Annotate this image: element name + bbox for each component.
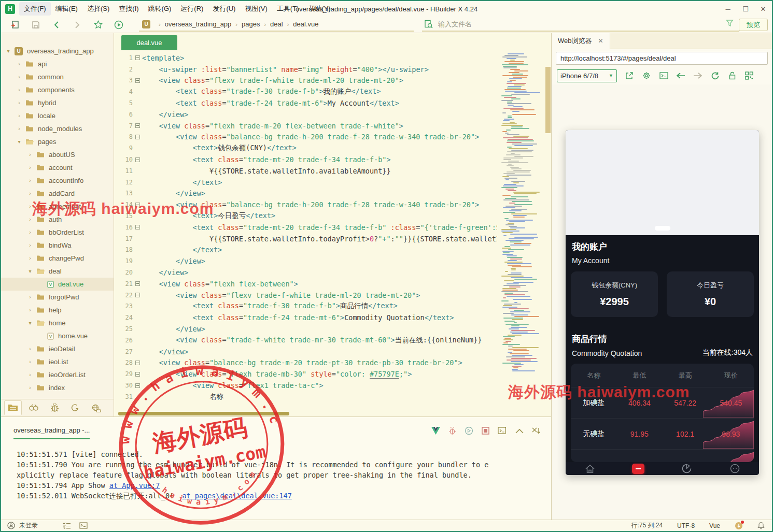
file-search-box[interactable]: 输入文件名 [422,18,739,32]
chevron-right-icon[interactable]: › [27,385,33,391]
fold-icon[interactable] [135,135,140,139]
console-link[interactable]: at pages\deal\deal.vue:147 [182,492,291,500]
fold-icon[interactable] [135,361,140,365]
login-status[interactable]: 未登录 [19,521,38,530]
web-panel-icon[interactable] [87,401,105,415]
menu-4[interactable]: 跳转(G) [144,2,176,16]
chevron-down-icon[interactable]: ▾ [27,268,33,274]
tree-item-bbOrderList[interactable]: ›bbOrderList [1,226,114,239]
close-button[interactable]: ✕ [754,1,772,17]
fold-icon[interactable] [135,281,140,286]
cursor-position[interactable]: 行:75 列:24 [631,521,663,530]
phone-tab-持仓[interactable]: 持仓 [663,462,711,475]
chevron-right-icon[interactable]: › [27,229,33,235]
device-select[interactable]: iPhone 6/7/8 ▼ [557,69,617,82]
language-mode[interactable]: Vue [709,522,720,529]
chevron-right-icon[interactable]: › [27,359,33,365]
tree-item-agreement[interactable]: ›agreement [1,200,114,213]
save-icon[interactable] [29,19,43,31]
chevron-right-icon[interactable]: › [16,87,22,93]
chevron-right-icon[interactable]: › [16,100,22,106]
console-tab[interactable]: overseas_trading_app -... [13,426,90,439]
tree-item-auth[interactable]: ›auth [1,213,114,226]
tree-item-ieoOrderList[interactable]: ›ieoOrderList [1,368,114,381]
fold-icon[interactable] [135,293,140,297]
tree-item-common[interactable]: ›common [1,70,114,83]
debug-console-icon[interactable] [448,427,456,435]
editor-tab-dealvue[interactable]: deal.vue [121,35,177,50]
tree-item-pages[interactable]: ▾pages [1,135,114,148]
bookmark-star-icon[interactable] [91,19,105,31]
tree-item-accountInfo[interactable]: ›accountInfo [1,174,114,187]
nav-back-icon[interactable] [676,71,685,80]
chevron-down-icon[interactable]: ▾ [5,48,11,54]
tree-item-aboutUS[interactable]: ›aboutUS [1,148,114,161]
tree-item-home[interactable]: ▾home [1,317,114,329]
tree-item-changePwd[interactable]: ›changePwd [1,252,114,265]
bell-icon[interactable] [757,522,765,529]
gear-icon[interactable] [642,71,651,80]
maximize-button[interactable]: ☐ [737,1,754,17]
debug-panel-icon[interactable] [46,401,63,415]
minimap[interactable] [500,53,544,372]
open-external-icon[interactable] [625,71,634,80]
menu-6[interactable]: 发行(U) [208,2,240,16]
preview-button[interactable]: 预览 [739,19,768,31]
phone-tab-首页[interactable]: 首页 [566,462,614,475]
tree-item-locale[interactable]: ›locale [1,109,114,122]
qrcode-icon[interactable] [744,71,754,80]
url-input[interactable]: http://localhost:5173/#/pages/deal/deal [556,52,768,65]
chevron-down-icon[interactable]: ▾ [16,139,22,145]
chevron-right-icon[interactable]: › [27,294,33,300]
chevron-right-icon[interactable]: › [16,61,22,67]
breadcrumb-item-overseas_trading_app[interactable]: overseas_trading_app [165,20,232,28]
menu-1[interactable]: 编辑(E) [51,2,82,16]
editor-horizontal-scrollbar[interactable] [114,411,551,416]
tree-item-forgotPwd[interactable]: ›forgotPwd [1,291,114,304]
user-icon[interactable] [7,522,15,529]
breadcrumb-item-deal[interactable]: deal [270,20,283,28]
tree-item-account[interactable]: ›account [1,161,114,174]
update-icon[interactable] [735,522,743,530]
back-icon[interactable] [50,19,63,31]
chevron-right-icon[interactable]: › [27,178,33,183]
forward-icon[interactable] [71,19,84,31]
quote-row-无碘盐[interactable]: 无碘盐91.95102.198.93 [571,418,754,449]
breadcrumb-item-deal.vue[interactable]: deal.vue [293,20,318,28]
quote-row-partial-2[interactable] [571,449,754,462]
chevron-right-icon[interactable]: › [16,113,22,119]
code-area[interactable]: 1<template>2 <u-swiper :list="bannerList… [114,50,551,411]
filter-funnel-icon[interactable] [726,19,734,29]
tree-item-home.vue[interactable]: Vhome.vue [1,329,114,342]
restart-icon[interactable] [465,426,473,435]
menu-7[interactable]: 视图(V) [240,2,272,16]
breadcrumb-item-pages[interactable]: pages [242,20,260,28]
tree-item-deal.vue[interactable]: Vdeal.vue [1,278,114,291]
chevron-down-icon[interactable]: ▾ [27,320,33,326]
console-toggle-icon[interactable] [659,71,668,80]
tree-item-api[interactable]: ›api [1,57,114,70]
terminal-statusbar-icon[interactable] [79,522,88,529]
menu-2[interactable]: 选择(S) [82,2,114,16]
browser-tab-close-icon[interactable]: ✕ [598,37,603,45]
encoding[interactable]: UTF-8 [677,522,695,529]
search-panel-icon[interactable] [25,401,43,415]
minimize-button[interactable]: ─ [719,1,737,17]
nav-forward-icon[interactable] [693,71,702,80]
chevron-right-icon[interactable]: › [27,165,33,170]
editor-vertical-scrollbar[interactable] [545,50,551,411]
tree-item-node_modules[interactable]: ›node_modules [1,122,114,135]
chevron-right-icon[interactable]: › [27,204,33,209]
new-terminal-icon[interactable] [498,427,507,435]
fold-icon[interactable] [135,55,140,60]
quote-row-加碘盐[interactable]: 加碘盐406.34547.22540.45 [571,387,754,418]
chevron-right-icon[interactable]: › [27,307,33,313]
run-icon[interactable] [112,19,125,31]
new-file-icon[interactable] [8,19,22,31]
tree-item-ieoDetail[interactable]: ›ieoDetail [1,342,114,355]
fold-icon[interactable] [135,78,140,83]
banner-swiper[interactable] [566,130,759,235]
chevron-right-icon[interactable]: › [27,346,33,352]
fold-icon[interactable] [135,203,140,207]
clear-console-icon[interactable] [532,427,541,435]
